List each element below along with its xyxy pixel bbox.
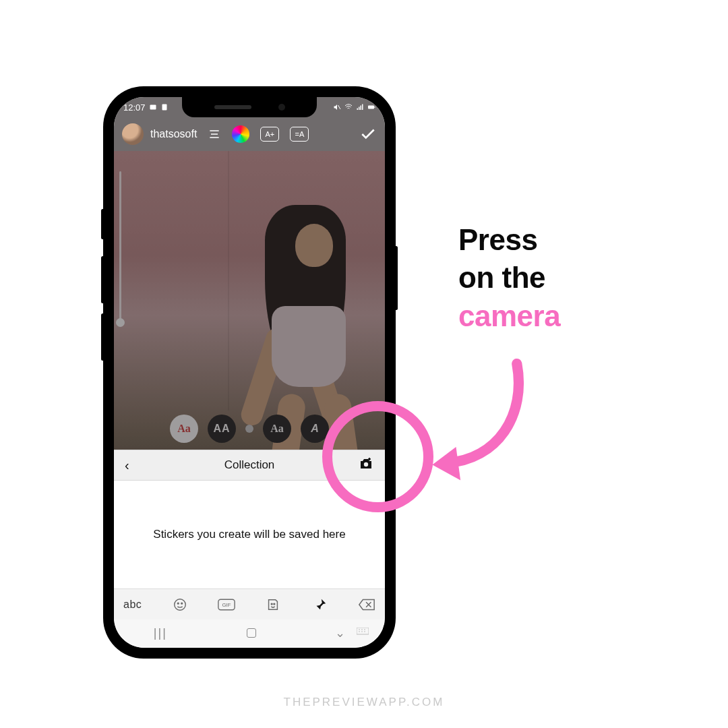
back-button[interactable]: ‹ <box>125 458 129 473</box>
watermark: THEPREVIEWAPP.COM <box>284 696 445 709</box>
username-label: thatsosoft <box>150 128 197 140</box>
svg-rect-0 <box>150 105 156 110</box>
collection-header: ‹ Collection <box>114 450 385 481</box>
svg-rect-13 <box>357 628 369 634</box>
svg-point-11 <box>272 603 273 605</box>
empty-message: Stickers you create will be saved here <box>153 528 345 541</box>
font-option[interactable]: Aa <box>170 415 198 443</box>
nav-recent-button[interactable]: ||| <box>154 626 167 640</box>
svg-text:GIF: GIF <box>222 602 231 608</box>
story-editor-toolbar: thatsosoft A+ =A <box>114 117 385 151</box>
signal-icon <box>356 103 364 111</box>
phone-screen: 12:07 thatsosoft A+ =A <box>114 97 385 648</box>
gif-icon[interactable]: GIF <box>218 597 235 612</box>
pin-icon[interactable] <box>311 597 329 612</box>
phone-frame: 12:07 thatsosoft A+ =A <box>104 88 394 657</box>
svg-rect-3 <box>368 106 374 109</box>
person-in-photo <box>222 205 363 414</box>
status-time: 12:07 <box>123 102 146 113</box>
phone-side-button <box>101 209 104 239</box>
color-wheel-icon[interactable] <box>232 125 249 143</box>
arrow-annotation <box>418 357 533 485</box>
abc-button[interactable]: abc <box>123 599 142 611</box>
phone-side-button <box>394 246 398 310</box>
instruction-text: Press on the camera <box>458 221 560 335</box>
phone-side-button <box>101 313 104 361</box>
keyboard-suggestion-row: abc GIF <box>114 588 385 619</box>
text-size-slider[interactable] <box>119 171 121 326</box>
image-icon <box>149 103 157 111</box>
svg-point-7 <box>177 603 179 604</box>
notification-icon <box>160 103 169 111</box>
svg-point-6 <box>174 599 185 610</box>
keyboard-toggle-icon[interactable] <box>357 626 369 640</box>
emoji-icon[interactable] <box>171 597 189 612</box>
svg-point-5 <box>364 462 368 466</box>
instruction-line: Press <box>458 221 560 259</box>
svg-point-12 <box>274 603 275 605</box>
nav-home-button[interactable] <box>247 628 256 638</box>
phone-notch <box>182 97 317 117</box>
svg-line-2 <box>338 105 341 109</box>
svg-point-8 <box>181 603 182 604</box>
camera-button[interactable] <box>358 456 374 475</box>
story-photo[interactable]: Aa AA Aa A <box>114 151 385 450</box>
font-scroll-dot-icon <box>245 425 253 433</box>
mute-icon <box>333 103 341 111</box>
sticker-icon[interactable] <box>264 597 282 612</box>
font-option[interactable]: Aa <box>263 415 291 443</box>
text-align-icon[interactable] <box>208 127 221 141</box>
phone-side-button <box>101 256 104 303</box>
text-background-button[interactable]: =A <box>290 127 309 142</box>
android-nav-bar: ||| ⌄ <box>114 619 385 648</box>
font-option[interactable]: AA <box>208 415 236 443</box>
collection-title: Collection <box>224 458 275 472</box>
battery-icon <box>367 103 375 111</box>
avatar[interactable] <box>122 123 144 145</box>
svg-rect-4 <box>375 107 375 108</box>
camera-icon <box>358 456 374 472</box>
font-picker-row: Aa AA Aa A <box>114 415 385 443</box>
font-option[interactable]: A <box>301 415 329 443</box>
collection-empty-state: Stickers you create will be saved here <box>114 481 385 588</box>
backspace-icon[interactable] <box>358 597 375 612</box>
text-size-button[interactable]: A+ <box>260 127 279 142</box>
nav-down-button[interactable]: ⌄ <box>335 626 345 640</box>
instruction-line: on the <box>458 259 560 297</box>
done-check-icon[interactable] <box>359 125 377 143</box>
svg-rect-1 <box>162 104 166 111</box>
instruction-highlight: camera <box>458 297 560 335</box>
wifi-icon <box>344 103 353 111</box>
